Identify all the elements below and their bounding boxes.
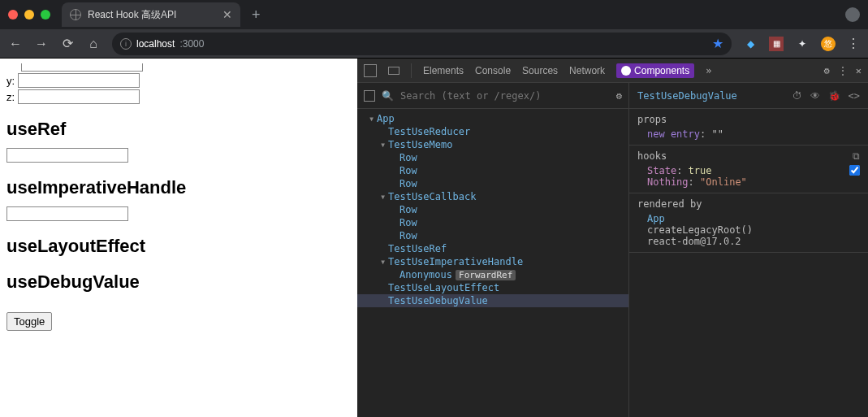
useref-input[interactable] xyxy=(6,148,128,163)
search-icon: 🔍 xyxy=(382,90,394,102)
tab-elements[interactable]: Elements xyxy=(423,65,464,76)
suspense-timer-icon[interactable]: ⏱ xyxy=(792,90,802,102)
z-label: z: xyxy=(6,91,15,103)
tab-components[interactable]: Components xyxy=(616,63,694,78)
profile-icon[interactable] xyxy=(845,7,860,22)
tree-settings-icon[interactable]: ⚙ xyxy=(616,90,622,102)
tree-node-testusereducer[interactable]: TestUseReducer xyxy=(357,125,628,138)
tab-sources[interactable]: Sources xyxy=(522,65,558,76)
url-host: localhost xyxy=(136,38,175,50)
browser-tab[interactable]: React Hook 高级API ✕ xyxy=(62,2,240,27)
address-bar[interactable]: i localhost:3000 ★ xyxy=(112,33,732,55)
site-info-icon[interactable]: i xyxy=(120,38,132,50)
device-toolbar-icon[interactable] xyxy=(388,67,399,75)
props-section-title: props xyxy=(637,114,860,125)
web-page: y: z: useRef useImperativeHandle useLayo… xyxy=(0,59,357,417)
hook-state-key: State xyxy=(647,165,676,176)
select-component-icon[interactable] xyxy=(364,90,375,102)
new-tab-button[interactable]: + xyxy=(247,7,266,24)
forwardref-badge: ForwardRef xyxy=(456,270,516,280)
z-input[interactable] xyxy=(18,89,140,104)
home-button[interactable]: ⌂ xyxy=(86,37,101,51)
rendered-by-title: rendered by xyxy=(637,198,860,210)
devtools-settings-icon[interactable]: ⚙ xyxy=(824,65,830,76)
extension-box-icon[interactable]: ▦ xyxy=(769,37,784,51)
hook-state-value[interactable]: true xyxy=(689,165,712,176)
useimperative-input[interactable] xyxy=(6,206,128,221)
extension-puzzle-icon[interactable]: ✦ xyxy=(795,37,810,51)
window-close-dot[interactable] xyxy=(8,10,18,20)
toggle-button[interactable]: Toggle xyxy=(6,312,52,331)
tree-node-row[interactable]: Row xyxy=(357,151,628,164)
y-input[interactable] xyxy=(18,73,140,88)
heading-useref: useRef xyxy=(6,119,351,140)
globe-icon xyxy=(70,9,81,20)
reload-button[interactable]: ⟳ xyxy=(60,36,75,51)
extension-avatar-icon[interactable]: 悠 xyxy=(821,37,836,51)
tree-node-testuselayouteffect[interactable]: TestUseLayoutEffect xyxy=(357,281,628,294)
tree-node-row[interactable]: Row xyxy=(357,216,628,229)
hooks-section-title: hooks xyxy=(637,150,667,162)
rendered-by-root: createLegacyRoot() xyxy=(637,224,860,236)
hook-nothing-value: "Online" xyxy=(700,176,747,188)
rendered-by-version: react-dom@17.0.2 xyxy=(637,236,860,247)
component-tree: ▾App TestUseReducer ▾TestUseMemo Row Row… xyxy=(357,109,628,417)
url-port: :3000 xyxy=(179,38,204,50)
log-data-icon[interactable]: 🐞 xyxy=(828,90,840,102)
partial-input[interactable] xyxy=(21,63,143,72)
tree-node-testusecallback[interactable]: ▾TestUseCallback xyxy=(357,190,628,203)
inspect-dom-icon[interactable]: 👁 xyxy=(810,90,820,102)
new-entry-value[interactable]: "" xyxy=(711,128,723,140)
tree-node-app[interactable]: ▾App xyxy=(357,112,628,125)
tree-node-testusememo[interactable]: ▾TestUseMemo xyxy=(357,138,628,151)
tree-node-row[interactable]: Row xyxy=(357,177,628,190)
bookmark-star-icon[interactable]: ★ xyxy=(712,36,723,51)
window-max-dot[interactable] xyxy=(41,10,50,20)
y-label: y: xyxy=(6,75,15,87)
window-min-dot[interactable] xyxy=(24,10,34,20)
tree-node-anonymous[interactable]: AnonymousForwardRef xyxy=(357,268,628,281)
tab-title: React Hook 高级API xyxy=(88,8,176,22)
tree-node-testusedebugvalue[interactable]: TestUseDebugValue xyxy=(357,294,628,307)
hook-state-checkbox[interactable] xyxy=(849,165,860,176)
forward-button[interactable]: → xyxy=(34,37,49,51)
hook-nothing-key: Nothing xyxy=(647,176,689,188)
tree-node-row[interactable]: Row xyxy=(357,164,628,177)
heading-uselayouteffect: useLayoutEffect xyxy=(6,236,351,257)
copy-hooks-icon[interactable]: ⧉ xyxy=(853,150,860,162)
tree-node-testuseimperativehandle[interactable]: ▾TestUseImperativeHandle xyxy=(357,255,628,268)
heading-useimperativehandle: useImperativeHandle xyxy=(6,177,351,198)
rendered-by-app[interactable]: App xyxy=(637,213,860,224)
tab-console[interactable]: Console xyxy=(475,65,511,76)
devtools-menu-icon[interactable]: ⋮ xyxy=(838,65,848,76)
back-button[interactable]: ← xyxy=(8,37,23,51)
view-source-icon[interactable]: <> xyxy=(849,90,860,102)
tabs-overflow-icon[interactable]: » xyxy=(706,65,711,76)
heading-usedebugvalue: useDebugValue xyxy=(6,271,351,293)
new-entry-key[interactable]: new entry xyxy=(647,128,700,140)
tree-node-testuseref[interactable]: TestUseRef xyxy=(357,242,628,255)
browser-menu-icon[interactable]: ⋮ xyxy=(847,36,860,51)
tab-close-icon[interactable]: ✕ xyxy=(222,8,232,21)
tab-components-label: Components xyxy=(634,65,689,76)
react-icon xyxy=(621,66,631,76)
selected-component-name: TestUseDebugValue xyxy=(637,90,737,102)
devtools-close-icon[interactable]: ✕ xyxy=(856,65,862,76)
inspect-element-icon[interactable] xyxy=(364,64,377,77)
extension-diamond-icon[interactable]: ◆ xyxy=(743,37,758,51)
tab-network[interactable]: Network xyxy=(569,65,605,76)
tree-node-row[interactable]: Row xyxy=(357,229,628,242)
tree-node-row[interactable]: Row xyxy=(357,203,628,216)
component-search-input[interactable] xyxy=(400,90,610,102)
